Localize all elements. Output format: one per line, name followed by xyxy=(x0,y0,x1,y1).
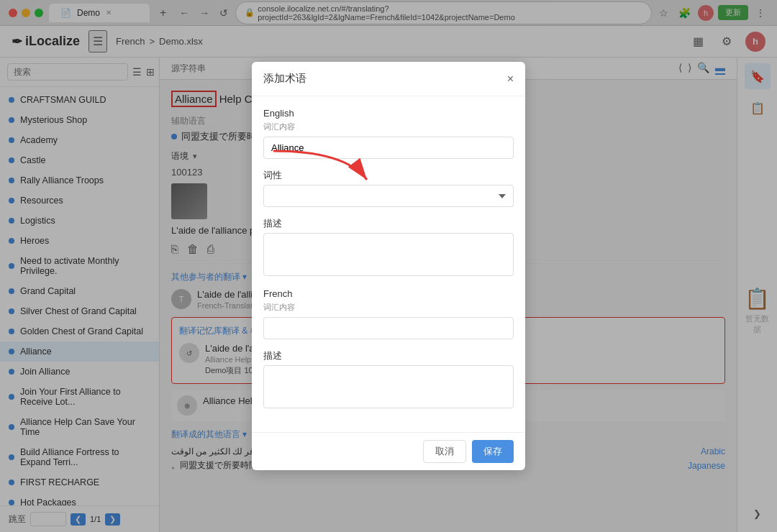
modal-english-title: English xyxy=(263,108,514,119)
save-button[interactable]: 保存 xyxy=(472,440,514,463)
modal-desc-title: 描述 xyxy=(263,217,514,230)
modal-french-desc-section: 描述 xyxy=(263,349,514,411)
modal-english-subtitle: 词汇内容 xyxy=(263,121,514,132)
english-value-input[interactable] xyxy=(263,137,514,159)
modal-french-title: French xyxy=(263,288,514,299)
modal-body: English 词汇内容 词性 描述 French 词汇内容 xyxy=(252,96,525,432)
pos-select[interactable] xyxy=(263,185,514,207)
modal-footer: 取消 保存 xyxy=(252,432,525,470)
modal-english-section: English 词汇内容 xyxy=(263,108,514,159)
modal-pos-section: 词性 xyxy=(263,169,514,207)
modal-pos-title: 词性 xyxy=(263,169,514,182)
modal-french-section: French 词汇内容 xyxy=(263,288,514,339)
french-desc-textarea[interactable] xyxy=(263,365,514,408)
desc-textarea[interactable] xyxy=(263,233,514,276)
modal-close-button[interactable]: × xyxy=(507,73,514,86)
cancel-button[interactable]: 取消 xyxy=(423,440,466,463)
modal-title: 添加术语 xyxy=(263,72,306,86)
modal-french-desc-title: 描述 xyxy=(263,349,514,362)
french-value-input[interactable] xyxy=(263,317,514,339)
modal-desc-section: 描述 xyxy=(263,217,514,278)
modal-overlay: 添加术语 × English 词汇内容 词性 描述 xyxy=(0,0,777,532)
add-term-modal: 添加术语 × English 词汇内容 词性 描述 xyxy=(252,62,525,470)
modal-french-subtitle: 词汇内容 xyxy=(263,302,514,313)
modal-header: 添加术语 × xyxy=(252,62,525,96)
